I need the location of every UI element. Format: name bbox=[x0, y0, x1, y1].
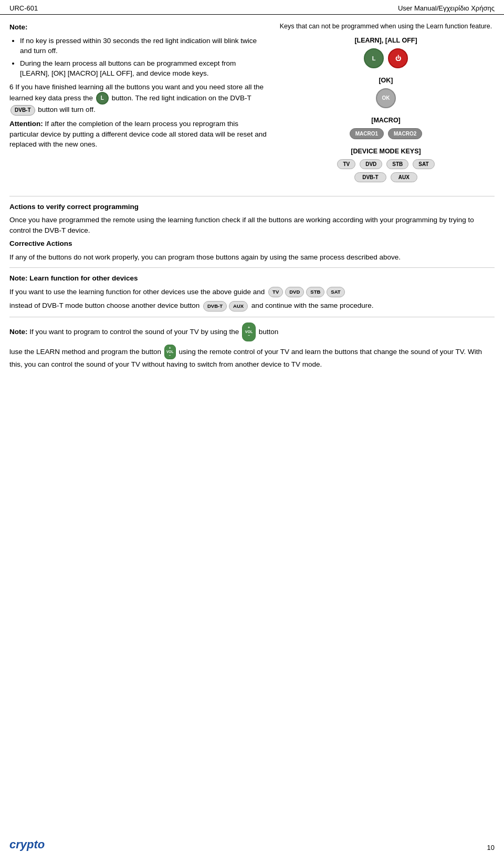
macro1-button: MACRO1 bbox=[350, 128, 384, 139]
dvbt-inline2: DVB-T bbox=[203, 301, 227, 311]
dvd-inline: DVD bbox=[285, 287, 304, 297]
note-learn-heading: Note: Learn function for other devices bbox=[9, 273, 495, 284]
keys-note: Keys that can not be programmed when usi… bbox=[280, 22, 492, 32]
aux-button: AUX bbox=[391, 172, 417, 182]
macro-buttons: MACRO1 MACRO2 bbox=[350, 128, 423, 139]
ok-label: [OK] bbox=[379, 77, 393, 84]
stb-inline: STB bbox=[306, 287, 324, 297]
page-header: URC-601 User Manual/Εγχειρίδιο Χρήσης bbox=[0, 0, 504, 15]
note-bullet-1: If no key is pressed within 30 seconds t… bbox=[20, 36, 267, 56]
crypto-logo: crypto bbox=[9, 838, 45, 851]
tv-button: TV bbox=[337, 159, 355, 169]
vol-button-large: + VOL − bbox=[242, 323, 256, 341]
corrective-heading: Corrective Actions bbox=[9, 238, 495, 249]
left-column: Note: If no key is pressed within 30 sec… bbox=[9, 22, 267, 191]
device-mode-row1: TV DVD STB SAT bbox=[337, 159, 434, 169]
attention-para: Attention: If after the completion of th… bbox=[9, 119, 267, 150]
note-vol-section: Note: If you want to program to control … bbox=[0, 323, 504, 370]
header-left: URC-601 bbox=[9, 4, 38, 12]
alloff-button: ⏻ bbox=[388, 48, 408, 68]
dvbt-mode-button: DVB-T bbox=[354, 172, 386, 182]
page-number: 10 bbox=[487, 844, 495, 851]
learn-alloff-buttons: L ⏻ bbox=[364, 48, 408, 68]
note-learn-section: Note: Learn function for other devices I… bbox=[0, 273, 504, 311]
page-footer: crypto 10 bbox=[0, 838, 504, 851]
right-column: Keys that can not be programmed when usi… bbox=[272, 22, 495, 191]
dvd-button: DVD bbox=[360, 159, 382, 169]
l-button-inline: L bbox=[96, 92, 109, 105]
device-mode-group: [DEVICE MODE KEYS] TV DVD STB SAT DVB-T … bbox=[277, 148, 495, 185]
note-vol-bold: Note: bbox=[9, 327, 28, 335]
ok-button: OK bbox=[376, 88, 396, 108]
learn-button: L bbox=[364, 48, 384, 68]
header-right: User Manual/Εγχειρίδιο Χρήσης bbox=[398, 4, 495, 12]
note-learn-body2: instead of DVB-T mode button choose anot… bbox=[9, 300, 495, 311]
stb-button: STB bbox=[386, 159, 408, 169]
learn-alloff-label: [LEARN], [ALL OFF] bbox=[354, 37, 417, 44]
sat-button: SAT bbox=[413, 159, 434, 169]
note-vol-para2: luse the LEARN method and program the bu… bbox=[9, 345, 495, 370]
actions-heading: Actions to verify correct programming bbox=[9, 202, 495, 212]
dvbt-button-inline: DVB-T bbox=[10, 105, 35, 116]
note-bullets: If no key is pressed within 30 seconds t… bbox=[9, 36, 267, 79]
dvbt-aux-row-inline: DVB-T AUX bbox=[203, 301, 248, 311]
actions-body: Once you have programmed the remote usin… bbox=[9, 215, 495, 235]
learn-alloff-group: [LEARN], [ALL OFF] L ⏻ bbox=[277, 37, 495, 71]
note-learn-body: If you want to use the learning function… bbox=[9, 287, 495, 297]
ok-buttons: OK bbox=[376, 88, 396, 108]
macro-label: [MACRO] bbox=[371, 117, 401, 124]
main-content: Note: If no key is pressed within 30 sec… bbox=[0, 15, 504, 191]
ok-group: [OK] OK bbox=[277, 77, 495, 111]
note-vol-para1: Note: If you want to program to control … bbox=[9, 323, 495, 341]
corrective-body: If any of the buttons do not work proper… bbox=[9, 252, 495, 263]
device-buttons-row-inline: TV DVD STB SAT bbox=[268, 287, 345, 297]
note-bullet-2: During the learn process all buttons can… bbox=[20, 58, 267, 79]
vol-button-inline: + VOL − bbox=[164, 345, 176, 359]
device-mode-label: [DEVICE MODE KEYS] bbox=[351, 148, 421, 155]
sat-inline: SAT bbox=[327, 287, 344, 297]
device-mode-row2: DVB-T AUX bbox=[354, 172, 417, 182]
attention-title: Attention: bbox=[9, 120, 43, 128]
aux-inline2: AUX bbox=[229, 301, 248, 311]
macro2-button: MACRO2 bbox=[388, 128, 422, 139]
macro-group: [MACRO] MACRO1 MACRO2 bbox=[277, 117, 495, 142]
actions-section: Actions to verify correct programming On… bbox=[0, 202, 504, 263]
tv-inline: TV bbox=[268, 287, 283, 297]
note-title: Note: bbox=[9, 23, 28, 31]
para-learn-button: 6 If you have finished learning all the … bbox=[9, 82, 267, 116]
